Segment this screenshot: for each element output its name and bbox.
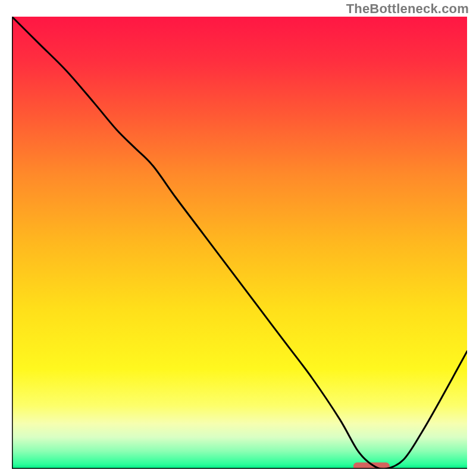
- plot-area: [12, 17, 467, 469]
- chart-frame: TheBottleneck.com: [0, 0, 476, 476]
- gradient-background: [12, 17, 467, 469]
- chart-svg: [12, 17, 467, 469]
- watermark-text: TheBottleneck.com: [346, 1, 469, 17]
